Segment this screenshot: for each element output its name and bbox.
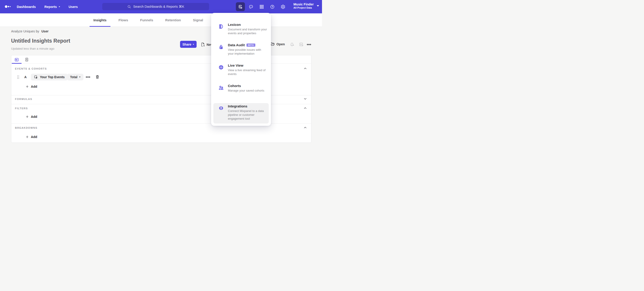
chevron-down-icon [193,44,194,45]
header-icon-buttons: ? [236,2,288,11]
add-filter-label: Add [31,115,37,119]
share-button[interactable]: Share [180,41,196,48]
menu-item-data-audit[interactable]: Data Audit BETA View possible issues wit… [214,42,269,62]
data-audit-lock-icon [218,44,224,62]
report-tabs-band: Insights Flows Funnels Retention Signal … [0,13,322,27]
event-selector[interactable]: Your Top Events [31,74,68,80]
search-input[interactable]: Search Dashboards & Reports ⌘K [102,3,209,10]
updated-timestamp: Updated less than a minute ago [11,47,54,50]
tab-insights[interactable]: Insights [92,13,108,27]
breadcrumb: Analyze Uniques by User [11,29,48,33]
chevron-down-icon [317,5,319,6]
bell-plus-icon [290,42,294,47]
tab-signal-label: Signal [193,18,203,22]
add-breakdown-label: Add [31,135,37,139]
settings-button[interactable] [278,2,288,11]
settings-gear-icon [280,4,286,9]
nav-users[interactable]: Users [69,5,78,8]
nav-dashboards[interactable]: Dashboards [17,5,36,8]
data-management-button[interactable] [236,2,245,11]
menu-item-title: Integrations [228,104,248,109]
live-view-globe-icon [218,65,224,83]
menu-item-lexicon[interactable]: Lexicon Document and transform your even… [214,21,269,42]
help-icon: ? [270,4,275,9]
create-alert-button[interactable] [290,42,294,47]
menu-item-title: Lexicon [228,22,241,27]
menu-item-live-view[interactable]: Live View View a live streaming feed of … [214,62,269,83]
tab-funnels-label: Funnels [140,18,153,22]
primary-nav: Dashboards Reports Users [17,0,78,13]
project-scope: All Project Data [294,6,314,9]
share-label: Share [182,43,192,46]
analyze-entity-dropdown[interactable]: User [42,29,48,33]
aggregation-label: Total [70,75,77,79]
formulas-section-expand-button[interactable] [304,97,307,101]
add-to-dashboard-button[interactable] [299,42,304,47]
events-section-collapse-button[interactable] [304,67,307,70]
drag-handle[interactable] [17,75,20,79]
pulse-chart-icon [14,57,19,62]
menu-item-title: Data Audit [228,43,245,47]
filters-section-label: FILTERS [15,107,28,110]
data-management-menu: Lexicon Document and transform your even… [211,13,271,126]
open-label: Open [276,42,285,46]
top-navigation-bar: Dashboards Reports Users Search Dashboar… [0,0,322,13]
breakdowns-section-label: BREAKDOWNS [15,126,38,129]
cohorts-people-icon [218,85,224,103]
tab-funnels[interactable]: Funnels [138,13,155,27]
project-selector[interactable]: Music Finder All Project Data [294,2,319,9]
metrics-view-tab[interactable] [14,57,19,62]
aggregation-selector[interactable]: Total [67,74,84,80]
nav-dashboards-label: Dashboards [17,5,36,8]
delete-event-row-button[interactable] [95,75,100,79]
file-plus-icon [200,42,205,47]
menu-item-description: Connect Mixpanel to a data pipeline or c… [228,109,267,121]
search-placeholder: Search Dashboards & Reports ⌘K [133,5,184,8]
tab-flows[interactable]: Flows [117,13,130,27]
tab-flows-label: Flows [118,18,128,22]
add-event-button[interactable]: Add [26,85,37,88]
chart-plus-icon [299,42,304,47]
tab-retention-label: Retention [165,18,181,22]
profile-card-icon [24,57,29,62]
apps-grid-icon [259,4,264,9]
lexicon-book-icon [218,24,224,42]
add-breakdown-button[interactable]: Add [26,135,37,139]
support-chat-icon [248,4,254,9]
event-row-more-options-button[interactable] [86,75,90,79]
add-filter-button[interactable]: Add [26,115,37,119]
menu-item-description: View possible issues with your implement… [228,48,267,55]
nav-reports[interactable]: Reports [44,5,60,8]
page-title[interactable]: Untitled Insights Report [11,38,70,44]
chevron-down-icon [59,6,60,7]
profiles-view-tab[interactable] [24,57,30,62]
menu-item-title: Live View [228,63,243,68]
mixpanel-logo-icon[interactable] [4,4,12,9]
tab-retention[interactable]: Retention [164,13,183,27]
menu-item-description: Document and transform your events and p… [228,27,267,35]
active-tab-underline [12,63,22,64]
svg-text:?: ? [272,5,273,8]
project-name: Music Finder [294,2,314,6]
menu-item-integrations[interactable]: Integrations Connect Mixpanel to a data … [214,103,269,123]
support-chat-button[interactable] [246,2,256,11]
beta-badge: BETA [246,43,255,47]
nav-users-label: Users [69,5,78,8]
event-selector-label: Your Top Events [40,75,65,79]
menu-item-description: View a live streaming feed of events [228,68,267,76]
event-cursor-icon [34,75,38,79]
nav-reports-label: Reports [44,5,57,8]
integrations-sync-icon [218,105,224,123]
tab-signal[interactable]: Signal [191,13,205,27]
breakdowns-section-collapse-button[interactable] [304,126,307,129]
open-report-button[interactable]: Open [270,42,285,46]
report-tabs: Insights Flows Funnels Retention Signal … [92,13,228,27]
filters-section-collapse-button[interactable] [304,106,307,110]
search-icon [127,5,131,8]
report-more-options-button[interactable] [306,42,312,47]
tab-insights-label: Insights [94,18,106,22]
menu-item-cohorts[interactable]: Cohorts Manage your saved cohorts [214,83,269,103]
apps-grid-button[interactable] [257,2,266,11]
menu-item-title: Cohorts [228,84,241,88]
help-button[interactable]: ? [268,2,277,11]
